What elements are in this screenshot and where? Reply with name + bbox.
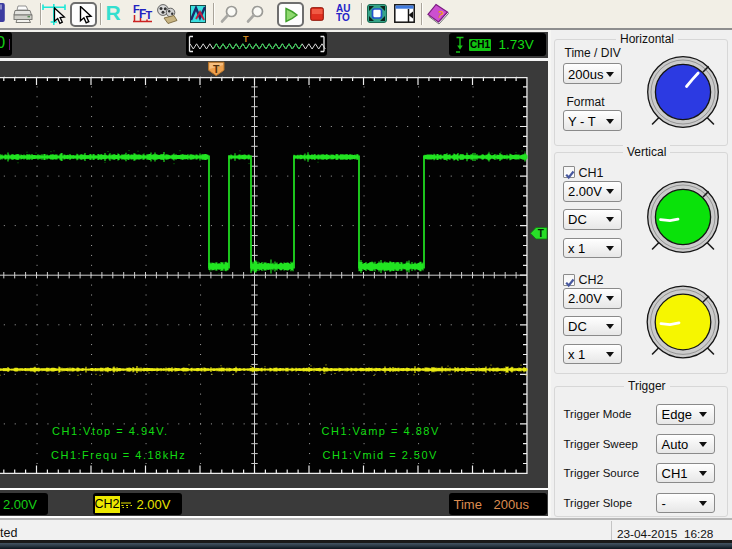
svg-text:T: T bbox=[243, 34, 249, 44]
svg-text:T: T bbox=[213, 63, 220, 75]
svg-text:CH1:Vmid = 2.50V: CH1:Vmid = 2.50V bbox=[323, 449, 438, 461]
svg-text:CH1:Vtop = 4.94V.: CH1:Vtop = 4.94V. bbox=[52, 425, 169, 437]
svg-text:CH1:Frequ = 4.18kHz: CH1:Frequ = 4.18kHz bbox=[51, 449, 186, 461]
svg-text:CH1:Vamp = 4.88V: CH1:Vamp = 4.88V bbox=[322, 425, 440, 437]
svg-text:T: T bbox=[538, 228, 544, 239]
